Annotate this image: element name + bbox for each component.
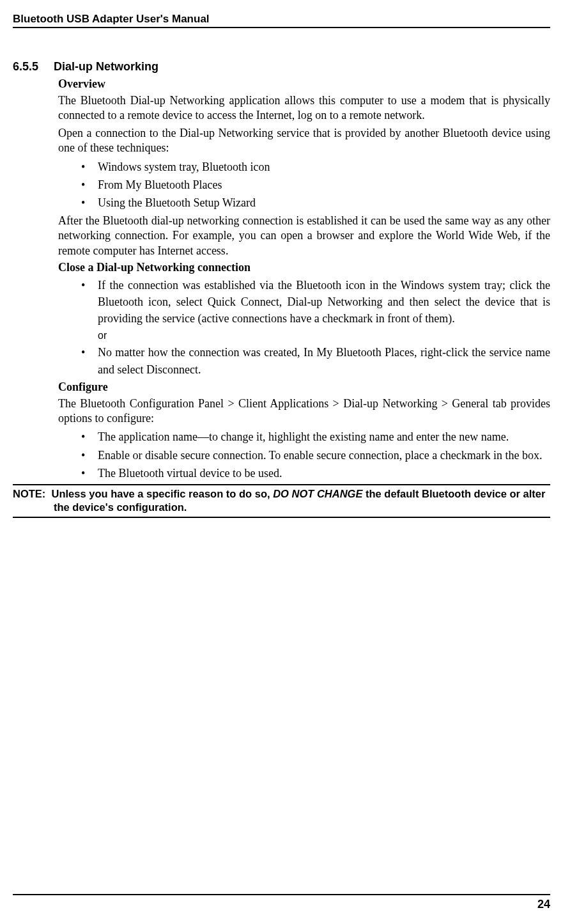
configure-bullets: The application name—to change it, highl… bbox=[81, 428, 550, 481]
section-number: 6.5.5 bbox=[13, 60, 38, 74]
configure-heading: Configure bbox=[58, 380, 550, 394]
list-item: If the connection was established via th… bbox=[81, 277, 550, 343]
overview-heading: Overview bbox=[58, 77, 550, 91]
page-number: 24 bbox=[537, 898, 550, 911]
list-item: The Bluetooth virtual device to be used. bbox=[81, 465, 550, 482]
configure-p1: The Bluetooth Configuration Panel > Clie… bbox=[58, 396, 550, 427]
list-item: Windows system tray, Bluetooth icon bbox=[81, 159, 550, 175]
page-container: Bluetooth USB Adapter User's Manual 6.5.… bbox=[0, 0, 563, 924]
list-item: The application name—to change it, highl… bbox=[81, 428, 550, 445]
note-emphasis: DO NOT CHANGE bbox=[273, 488, 362, 499]
page-footer: 24 bbox=[13, 894, 550, 911]
close-bullets: If the connection was established via th… bbox=[81, 277, 550, 378]
list-item: No matter how the connection was created… bbox=[81, 344, 550, 377]
note-before: Unless you have a specific reason to do … bbox=[52, 488, 274, 499]
close-b1-text: If the connection was established via th… bbox=[98, 279, 550, 325]
overview-bullets: Windows system tray, Bluetooth icon From… bbox=[81, 159, 550, 211]
list-item: From My Bluetooth Places bbox=[81, 176, 550, 193]
or-text: or bbox=[98, 328, 550, 343]
list-item: Using the Bluetooth Setup Wizard bbox=[81, 194, 550, 211]
section-heading: 6.5.5Dial-up Networking bbox=[13, 60, 550, 74]
close-heading: Close a Dial-up Networking connection bbox=[58, 261, 550, 274]
overview-p1: The Bluetooth Dial-up Networking applica… bbox=[58, 93, 550, 123]
overview-p2: Open a connection to the Dial-up Network… bbox=[58, 126, 550, 156]
note-text: NOTE: Unless you have a specific reason … bbox=[13, 487, 550, 515]
section-title: Dial-up Networking bbox=[54, 60, 158, 73]
note-box: NOTE: Unless you have a specific reason … bbox=[13, 484, 550, 518]
list-item: Enable or disable secure connection. To … bbox=[81, 447, 550, 464]
note-label: NOTE: bbox=[13, 488, 45, 499]
content-body: Overview The Bluetooth Dial-up Networkin… bbox=[58, 77, 550, 482]
overview-p3: After the Bluetooth dial-up networking c… bbox=[58, 214, 550, 258]
document-header: Bluetooth USB Adapter User's Manual bbox=[13, 13, 550, 28]
